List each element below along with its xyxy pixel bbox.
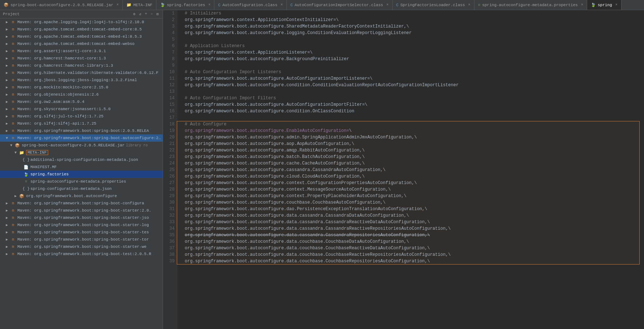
chevron-right-icon: ▶ (6, 252, 10, 256)
code-line-34: org.springframework.boot.autoconfigure.d… (185, 225, 644, 232)
tree-label: Maven: org.springframework.boot:spring-b… (17, 223, 149, 227)
tab-spring-active[interactable]: 🍃 spring × (587, 0, 622, 10)
tree-label: Maven: org.springframework.boot:spring-b… (17, 129, 149, 133)
maven-icon: m (10, 128, 16, 134)
chevron-right-icon: ▶ (6, 230, 10, 234)
tab-bar: 📦 spring-boot-autoconfigure-2.0.5.RELEAS… (0, 0, 644, 10)
factories-icon: 🍃 (160, 3, 165, 7)
code-line-24: org.springframework.boot.autoconfigure.c… (185, 160, 644, 167)
tab-close-5[interactable]: × (468, 3, 471, 7)
tab-close-7[interactable]: × (615, 3, 618, 7)
list-item[interactable]: ▶ m Maven: org.springframework.boot:spri… (0, 250, 163, 258)
chevron-right-icon: ▶ (6, 63, 10, 68)
list-item[interactable]: ▶ m Maven: org.hamcrest:hamcrest-core:1.… (0, 55, 163, 62)
list-item[interactable]: ▶ m Maven: org.springframework.boot:spri… (0, 221, 163, 229)
list-item[interactable]: ▶ m Maven: org.mockito:mockito-core:2.15… (0, 84, 163, 91)
code-editor[interactable]: 1234567891011121314151617181920212223242… (163, 10, 644, 329)
list-item[interactable]: ▶ m Maven: org.ow2.asm:asm:5.0.4 (0, 98, 163, 105)
maven-icon: m (10, 244, 16, 250)
list-item[interactable]: ▶ m Maven: org.springframework.boot:spri… (0, 127, 163, 134)
tree-label: Maven: org.springframework.boot:spring-b… (17, 245, 146, 249)
tab-meta-inf-label: META-INF (133, 3, 152, 7)
tab-meta-inf[interactable]: 📁 META-INF (123, 0, 156, 10)
chevron-right-icon: ▶ (6, 71, 10, 75)
chevron-right-icon: ▶ (6, 20, 10, 24)
list-item[interactable]: ▼ 📦 spring-boot-autoconfigure-2.0.5.RELE… (0, 142, 163, 149)
list-item[interactable]: ▶ m Maven: org.apache.tomcat.embed:tomca… (0, 33, 163, 40)
sidebar: Project ⚙ ↺ + – ⊞ ▶ m Maven: org.apache.… (0, 10, 163, 329)
code-area[interactable]: # Initializersorg.springframework.contex… (177, 10, 644, 329)
code-line-30: org.springframework.boot.autoconfigure.c… (185, 199, 644, 206)
tab-factories-loader[interactable]: C SpringFactoriesLoader.class × (393, 0, 474, 10)
folder-icon: 📁 (126, 3, 131, 7)
tab-factories[interactable]: 🍃 spring.factories × (156, 0, 215, 10)
tree-label: Maven: org.mockito:mockito-core:2.15.0 (17, 85, 108, 89)
tab-close-4[interactable]: × (386, 3, 389, 7)
tree-label: spring-boot-autoconfigure-2.0.5.RELEASE.… (22, 143, 125, 147)
tab-metadata-props[interactable]: ≡ spring-autoconfigure-metadata.properti… (474, 0, 587, 10)
list-item[interactable]: { } additional-spring-configuration-meta… (0, 156, 163, 163)
list-item[interactable]: ▶ m Maven: org.hibernate.validator:hiber… (0, 69, 163, 76)
list-item[interactable]: ▶ m Maven: org.apache.logging.log4j:log4… (0, 18, 163, 26)
list-item[interactable]: ▶ m Maven: org.hamcrest:hamcrest-library… (0, 62, 163, 69)
project-title: Project (3, 12, 131, 16)
tab-factories-label: spring.factories (167, 3, 205, 7)
list-item[interactable]: ▶ m Maven: org.springframework.boot:spri… (0, 229, 163, 236)
list-item[interactable]: ▶ m Maven: org.assertj:assertj-core:3.9.… (0, 47, 163, 55)
list-item[interactable]: ▶ m Maven: org.springframework.boot:spri… (0, 207, 163, 214)
tab-close[interactable]: × (117, 3, 119, 7)
maven-icon: m (10, 99, 16, 105)
list-item[interactable]: ≡ spring-autoconfigure-metadata.properti… (0, 178, 163, 185)
sidebar-item-spring-factories[interactable]: 🍃 spring.factories (0, 171, 163, 178)
main-layout: Project ⚙ ↺ + – ⊞ ▶ m Maven: org.apache.… (0, 10, 644, 329)
tree-label: spring-configuration-metadata.json (30, 187, 112, 191)
code-line-12: org.springframework.boot.autoconfigure.c… (185, 82, 644, 88)
list-item[interactable]: 📄 MANIFEST.MF (0, 163, 163, 171)
maven-icon: m (10, 200, 16, 206)
list-item[interactable]: ▶ 📦 org.springframework.boot.autoconfigu… (0, 192, 163, 200)
chevron-right-icon: ▶ (6, 56, 10, 61)
list-item[interactable]: ▶ m Maven: org.objenesis:objenesis:2.6 (0, 91, 163, 98)
tab-close-3[interactable]: × (281, 3, 283, 7)
code-line-5 (185, 36, 644, 43)
tab-autoconfiguration[interactable]: C AutoConfiguration.class × (214, 0, 287, 10)
tab-close-6[interactable]: × (581, 3, 583, 7)
maven-icon: m (10, 77, 16, 83)
list-item[interactable]: ▶ m Maven: org.springframework.boot:spri… (0, 214, 163, 221)
tab-jar[interactable]: 📦 spring-boot-autoconfigure-2.0.5.RELEAS… (0, 0, 123, 10)
tab-jar-label: spring-boot-autoconfigure-2.0.5.RELEASE.… (11, 3, 113, 7)
list-item[interactable]: ▼ 📁 META-INF (0, 149, 163, 156)
tree-label: Maven: org.jboss.logging:jboss-logging:3… (17, 78, 137, 82)
settings-icon[interactable]: ⚙ (132, 12, 137, 17)
list-item[interactable]: ▶ m Maven: org.slf4j:slf4j-api:1.7.25 (0, 120, 163, 127)
maven-icon: m (10, 222, 16, 228)
list-item[interactable]: ▶ m Maven: org.apache.tomcat.embed:tomca… (0, 26, 163, 33)
list-item[interactable]: { } spring-configuration-metadata.json (0, 185, 163, 192)
list-item[interactable]: ▶ m Maven: org.jboss.logging:jboss-loggi… (0, 76, 163, 84)
list-item[interactable]: ▼ m Maven: org.springframework.boot:spri… (0, 134, 163, 142)
list-item[interactable]: ▶ m Maven: org.skyscreamer:jsonassert:1.… (0, 105, 163, 113)
chevron-right-icon: ▶ (6, 107, 10, 111)
tab-import-selector[interactable]: C AutoConfigurationImportSelector.class … (287, 0, 393, 10)
list-item[interactable]: ▶ m Maven: org.apache.tomcat.embed:tomca… (0, 40, 163, 47)
refresh-icon[interactable]: ↺ (138, 12, 142, 17)
list-item[interactable]: ▶ m Maven: org.springframework.boot:spri… (0, 236, 163, 243)
chevron-right-icon: ▶ (6, 49, 10, 53)
maven-icon: m (10, 106, 16, 112)
grid-icon[interactable]: ⊞ (155, 12, 160, 17)
list-item[interactable]: ▶ m Maven: org.slf4j:jul-to-slf4j:1.7.25 (0, 113, 163, 120)
code-line-36: org.springframework.boot.autoconfigure.d… (185, 238, 644, 245)
tree-label: Maven: org.apache.tomcat.embed:tomcat-em… (17, 34, 142, 39)
collapse-icon[interactable]: – (150, 12, 154, 17)
tab-close-2[interactable]: × (208, 3, 210, 7)
tree-label: Maven: org.springframework.boot:spring-b… (17, 136, 163, 140)
list-item[interactable]: ▶ m Maven: org.springframework.boot:spri… (0, 243, 163, 250)
chevron-right-icon: ▶ (6, 237, 10, 242)
code-lines: # Initializersorg.springframework.contex… (181, 10, 644, 265)
chevron-right-icon: ▶ (6, 92, 10, 97)
list-item[interactable]: ▶ m Maven: org.springframework.boot:spri… (0, 200, 163, 207)
chevron-right-icon: ▶ (6, 216, 10, 220)
folder-icon-2: 📁 (19, 150, 25, 155)
code-line-4: org.springframework.boot.autoconfigure.l… (185, 30, 644, 36)
expand-icon[interactable]: + (144, 12, 148, 17)
